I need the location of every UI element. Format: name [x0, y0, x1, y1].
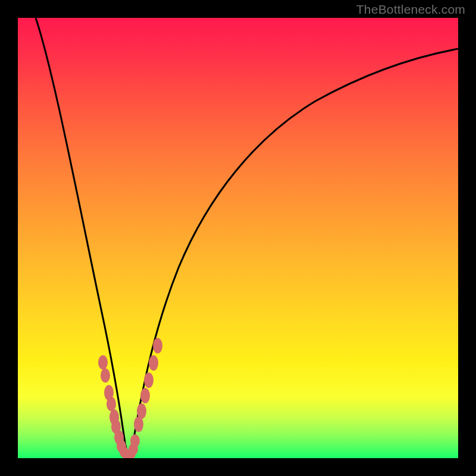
marker-dot — [153, 338, 162, 353]
marker-dot — [130, 434, 140, 447]
outer-frame: TheBottleneck.com — [0, 0, 476, 476]
marker-dot — [107, 397, 116, 411]
marker-dot — [144, 372, 154, 388]
bottleneck-curve — [36, 18, 458, 455]
marker-dot — [149, 355, 158, 371]
marker-group — [98, 338, 162, 458]
watermark-text: TheBottleneck.com — [356, 2, 465, 17]
marker-dot — [98, 355, 108, 369]
chart-svg — [18, 18, 458, 458]
marker-dot — [140, 388, 150, 403]
marker-dot — [101, 368, 110, 383]
plot-area — [18, 18, 458, 458]
marker-dot — [137, 403, 146, 419]
